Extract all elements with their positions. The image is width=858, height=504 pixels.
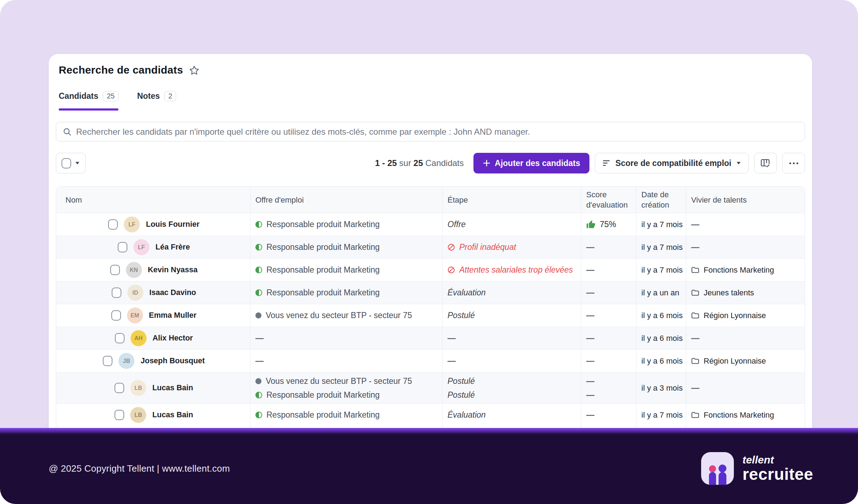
stage-label: Postulé [447, 311, 475, 320]
table-row[interactable]: ID Isaac Davino Responsable produit Mark… [56, 281, 805, 304]
job-status-published-icon [255, 289, 262, 296]
row-checkbox[interactable] [110, 265, 120, 275]
date-cell: il y a 7 mois [636, 404, 686, 426]
stage-label: Postulé [447, 376, 475, 386]
row-checkbox[interactable] [103, 356, 112, 366]
score-cell: — [581, 350, 636, 372]
job-offer-title: Responsable produit Marketing [266, 220, 380, 229]
job-offer-title: Vous venez du secteur BTP - secteur 75 [266, 376, 412, 386]
row-checkbox[interactable] [108, 219, 118, 230]
stage-cell: Attentes salariales trop élevées [442, 259, 581, 281]
job-offer-title: Responsable produit Marketing [266, 265, 380, 275]
row-checkbox[interactable] [115, 333, 125, 343]
tab-candidats[interactable]: Candidats 25 [59, 91, 118, 111]
name-cell: LB Lucas Bain [56, 372, 250, 403]
table-row[interactable]: LF Léa Frère Responsable produit Marketi… [56, 236, 805, 258]
job-offer-title: Responsable produit Marketing [266, 242, 380, 252]
candidate-name[interactable]: Léa Frère [155, 243, 190, 252]
stage-cell: — [442, 327, 581, 349]
search-input[interactable] [56, 122, 805, 141]
date-cell: il y a 7 mois [636, 236, 686, 258]
select-all-checkbox[interactable] [62, 158, 71, 168]
job-offer-title: Responsable produit Marketing [266, 410, 380, 420]
offer-cell: Responsable produit Marketing [250, 282, 442, 304]
name-cell: JB Joseph Bousquet [56, 350, 250, 372]
talent-pool-name: Région Lyonnaise [704, 356, 766, 366]
row-checkbox[interactable] [112, 288, 121, 298]
creation-date: il y a 7 mois [641, 411, 683, 420]
candidate-name[interactable]: Lucas Bain [152, 384, 193, 392]
job-status-closed-icon [255, 312, 261, 318]
stage-cell: Offre [442, 213, 581, 236]
score-cell: 75% [581, 213, 636, 236]
creation-date: il y a 6 mois [641, 356, 683, 366]
date-cell: il y a 6 mois [636, 304, 686, 327]
score-cell: — [581, 327, 636, 349]
score-cell: — [581, 259, 636, 281]
table-row[interactable]: EM Emma Muller Vous venez du secteur BTP… [56, 304, 805, 327]
table-row[interactable]: AH Alix Hector — — — il y a 6 mois — [56, 327, 805, 349]
header-date: Date de création [636, 187, 686, 213]
plus-icon [483, 159, 491, 167]
table-row[interactable]: LB Lucas Bain Vous venez du secteur BTP … [56, 372, 805, 403]
edit-columns-button[interactable] [754, 153, 777, 173]
creation-date: il y a 6 mois [641, 311, 683, 320]
table-row[interactable]: JB Joseph Bousquet — — — il y a 6 mois R… [56, 349, 805, 372]
talent-pool-folder-icon [691, 357, 699, 365]
talent-pool-folder-icon [691, 411, 699, 419]
pool-cell: — [686, 213, 805, 236]
row-checkbox[interactable] [115, 410, 124, 420]
tab-notes[interactable]: Notes 2 [137, 91, 176, 111]
talent-pool-folder-icon [691, 266, 699, 274]
score-cell: — [581, 282, 636, 304]
job-status-closed-icon [255, 378, 261, 384]
stage-label: Attentes salariales trop élevées [459, 265, 573, 275]
candidate-name[interactable]: Emma Muller [149, 311, 197, 320]
sort-select[interactable]: Score de compatibilité emploi [595, 153, 749, 173]
toolbar: 1 - 25 sur 25 Candidats Ajouter des cand… [56, 153, 805, 173]
candidate-name[interactable]: Isaac Davino [149, 288, 196, 297]
empty-value-dash: — [586, 265, 594, 275]
table-row[interactable]: LB Lucas Bain Responsable produit Market… [56, 403, 805, 426]
candidate-avatar: EM [127, 307, 143, 323]
stage-label: Postulé [447, 390, 475, 400]
date-cell: il y a 6 mois [636, 327, 686, 349]
stage-cell: Évaluation [442, 282, 581, 304]
sort-select-label: Score de compatibilité emploi [615, 159, 731, 168]
row-checkbox[interactable] [111, 310, 121, 321]
job-status-published-icon [255, 392, 262, 398]
favorite-star-icon[interactable] [189, 65, 200, 76]
candidate-name[interactable]: Lucas Bain [152, 411, 193, 419]
table-row[interactable]: LF Louis Fournier Responsable produit Ma… [56, 213, 805, 236]
sort-icon [602, 159, 611, 167]
candidates-table: Nom Offre d'emploi Étape Score d'evaluat… [56, 186, 805, 449]
add-candidates-button[interactable]: Ajouter des candidats [473, 153, 589, 173]
row-checkbox[interactable] [115, 383, 124, 393]
date-cell: il y a 6 mois [636, 350, 686, 372]
empty-value-dash: — [691, 242, 699, 252]
candidate-name[interactable]: Alix Hector [153, 334, 193, 343]
stage-label: Profil inadéquat [459, 242, 516, 252]
offer-cell: Responsable produit Marketing [250, 259, 442, 281]
creation-date: il y a 7 mois [641, 220, 683, 229]
name-cell: LF Louis Fournier [56, 213, 250, 236]
empty-value-dash: — [691, 383, 699, 393]
score-cell: — [581, 404, 636, 426]
talent-pool-name: Fonctions Marketing [704, 411, 774, 420]
offer-cell: Responsable produit Marketing [250, 404, 442, 426]
date-cell: il y a 7 mois [636, 259, 686, 281]
candidate-avatar: LB [130, 407, 146, 423]
recruitee-logo-icon [701, 452, 734, 485]
header-etape: Étape [442, 187, 581, 213]
table-row[interactable]: KN Kevin Nyassa Responsable produit Mark… [56, 258, 805, 281]
table-edit-icon [760, 158, 771, 168]
row-checkbox[interactable] [118, 242, 127, 252]
select-all-button[interactable] [56, 153, 86, 173]
more-options-button[interactable] [782, 153, 805, 173]
candidate-name[interactable]: Kevin Nyassa [148, 266, 198, 274]
candidate-name[interactable]: Louis Fournier [146, 220, 200, 229]
empty-value-dash: — [586, 356, 594, 366]
offer-cell: — [250, 350, 442, 372]
thumbs-up-icon [586, 220, 595, 229]
candidate-name[interactable]: Joseph Bousquet [141, 356, 205, 365]
